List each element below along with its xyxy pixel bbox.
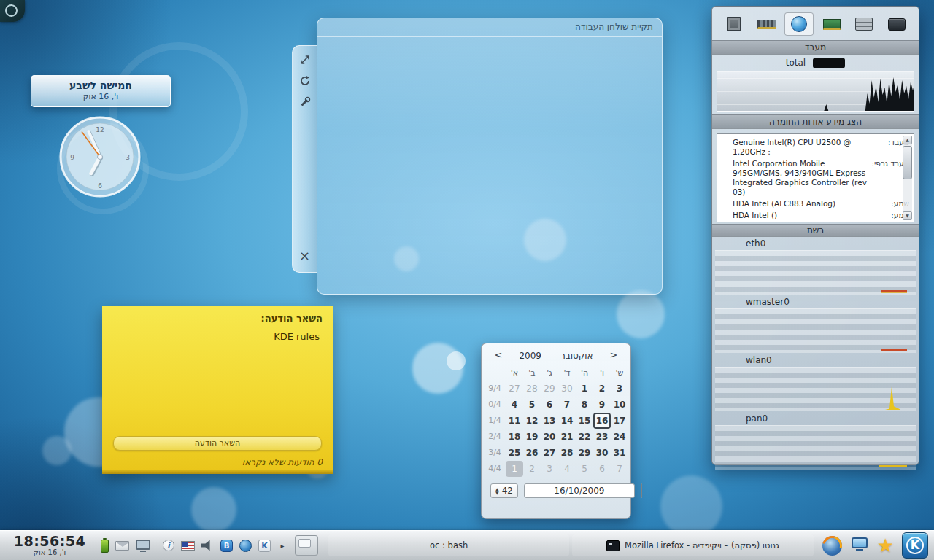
calendar-day[interactable]: 6 xyxy=(541,397,558,413)
calendar-day[interactable]: 6 xyxy=(593,461,611,477)
calendar-day[interactable]: 28 xyxy=(558,445,576,461)
firefox-launcher[interactable] xyxy=(822,536,842,556)
storage-icon xyxy=(855,18,873,31)
calendar-weekday: ד' xyxy=(558,366,576,381)
sysmon-tab-network[interactable] xyxy=(784,12,814,36)
mail-icon[interactable] xyxy=(115,541,129,551)
calendar-next-button[interactable]: > xyxy=(607,349,620,362)
fuzzy-clock-widget[interactable]: חמישה לשבע ו', 16 אוק xyxy=(31,75,171,107)
calendar-day[interactable]: 19 xyxy=(523,429,541,445)
bluetooth-icon[interactable]: B xyxy=(220,540,233,552)
calendar-prev-button[interactable]: < xyxy=(492,349,505,362)
desktop-toolbox-button[interactable] xyxy=(0,0,25,22)
display-settings-launcher[interactable] xyxy=(850,537,869,553)
network-icon[interactable] xyxy=(239,540,252,552)
calendar-day[interactable]: 2 xyxy=(593,381,611,397)
rotate-widget-button[interactable] xyxy=(298,74,312,88)
sysmon-tab-storage[interactable] xyxy=(849,12,879,36)
calendar-day[interactable]: 24 xyxy=(611,429,628,445)
calendar-day[interactable]: 23 xyxy=(593,429,611,445)
calendar-day[interactable]: 21 xyxy=(558,429,576,445)
volume-icon[interactable] xyxy=(201,540,214,551)
calendar-day[interactable]: 17 xyxy=(611,413,628,429)
calendar-day[interactable]: 31 xyxy=(611,445,628,461)
calendar-weekday: א' xyxy=(506,366,523,381)
sysmon-tab-memory[interactable] xyxy=(752,12,781,36)
scrollbar-thumb[interactable] xyxy=(903,146,912,179)
system-tray: iBK▸ xyxy=(93,538,290,553)
calendar-day[interactable]: 3 xyxy=(541,461,558,477)
leave-message-button[interactable]: השאר הודעה xyxy=(113,436,322,451)
task-button[interactable]: גנוטו (פסקה) – ויקיפדיה - Mozilla Firefo… xyxy=(572,534,813,556)
scroll-down-icon[interactable]: ▼ xyxy=(903,211,912,220)
calendar-day[interactable]: 5 xyxy=(576,461,593,477)
calendar-day[interactable]: 22 xyxy=(576,429,593,445)
sysmon-tab-processor[interactable] xyxy=(719,12,749,36)
calendar-picker-icon[interactable] xyxy=(641,483,642,498)
folder-view-title: תקיית שולחן העבודה xyxy=(317,18,662,37)
analog-clock-widget[interactable]: 12 3 6 9 xyxy=(58,115,142,201)
calendar-day[interactable]: 26 xyxy=(523,445,541,461)
sysmon-tab-nic[interactable] xyxy=(817,12,846,36)
fuzzy-clock-date: ו', 16 אוק xyxy=(31,92,170,102)
sysmon-tab-disk[interactable] xyxy=(882,12,911,36)
spin-down-icon[interactable]: ▼ xyxy=(495,491,499,494)
interface-name: eth0 xyxy=(712,237,919,249)
close-widget-button[interactable]: × xyxy=(298,249,312,263)
calendar-month-button[interactable]: אוקטובר xyxy=(560,349,593,362)
calendar-day[interactable]: 3 xyxy=(611,381,628,397)
kde-icon[interactable]: K xyxy=(258,540,271,552)
calendar-day[interactable]: 1 xyxy=(576,381,593,397)
calendar-day[interactable]: 10 xyxy=(611,397,628,413)
calendar-day[interactable]: 14 xyxy=(558,413,576,429)
network-icon xyxy=(791,16,807,32)
scrollbar[interactable]: ▲ ▼ xyxy=(903,136,912,220)
hardware-info-list: מעבד:Genuine Intel(R) CPU U2500 @ 1.20GH… xyxy=(731,136,911,222)
calendar-day[interactable]: 12 xyxy=(523,413,541,429)
sticky-note-title: השאר הודעה: xyxy=(102,306,333,325)
calendar-day[interactable]: 1 xyxy=(506,461,523,477)
show-desktop-button[interactable] xyxy=(295,535,318,556)
calendar-day[interactable]: 7 xyxy=(611,461,628,477)
calendar-day[interactable]: 16 xyxy=(593,413,611,429)
sticky-note-text[interactable]: KDE rules xyxy=(102,325,333,413)
calendar-day[interactable]: 29 xyxy=(541,381,558,397)
info-icon[interactable]: i xyxy=(163,540,174,551)
calendar-day[interactable]: 18 xyxy=(506,429,523,445)
calendar-day[interactable]: 8 xyxy=(576,397,593,413)
calendar-day[interactable]: 20 xyxy=(541,429,558,445)
calendar-day[interactable]: 2 xyxy=(523,461,541,477)
calendar-day[interactable]: 30 xyxy=(593,445,611,461)
calendar-day[interactable]: 4 xyxy=(506,397,523,413)
calendar-day[interactable]: 13 xyxy=(541,413,558,429)
battery-icon[interactable] xyxy=(101,540,109,553)
digital-clock[interactable]: 18:56:54 ו', 16 אוק xyxy=(0,534,93,557)
bookmarks-launcher[interactable]: ★ xyxy=(877,536,894,555)
calendar-day[interactable]: 15 xyxy=(576,413,593,429)
resize-widget-button[interactable] xyxy=(298,52,312,67)
calendar-day[interactable]: 27 xyxy=(541,445,558,461)
date-input[interactable] xyxy=(524,483,635,498)
calendar-day[interactable]: 29 xyxy=(576,445,593,461)
calendar-day[interactable]: 5 xyxy=(523,397,541,413)
calendar-day[interactable]: 27 xyxy=(506,381,523,397)
calendar-day[interactable]: 25 xyxy=(506,445,523,461)
unread-messages-count: 0 הודעות שלא נקראו xyxy=(242,457,323,467)
calendar-day[interactable]: 7 xyxy=(558,397,576,413)
widget-handle[interactable]: × xyxy=(292,45,317,273)
expand-icon[interactable]: ▸ xyxy=(277,540,287,551)
calendar-day[interactable]: 4 xyxy=(558,461,576,477)
settings-wrench-button[interactable] xyxy=(298,95,312,109)
calendar-day[interactable]: 11 xyxy=(506,413,523,429)
task-button[interactable]: oc : bash xyxy=(328,534,569,556)
show-hardware-info-button[interactable]: הצג מידע אודות החומרה xyxy=(712,114,919,129)
calendar-day[interactable]: 30 xyxy=(558,381,576,397)
week-number-spinner[interactable]: ▲ ▼ 42 xyxy=(490,483,518,498)
calendar-year-button[interactable]: 2009 xyxy=(519,349,541,362)
keyboard-layout-icon[interactable] xyxy=(181,541,195,551)
calendar-day[interactable]: 28 xyxy=(523,381,541,397)
scroll-up-icon[interactable]: ▲ xyxy=(903,136,912,144)
calendar-day[interactable]: 9 xyxy=(593,397,611,413)
kickoff-menu-button[interactable]: K xyxy=(902,532,928,559)
display-icon[interactable] xyxy=(136,540,150,552)
